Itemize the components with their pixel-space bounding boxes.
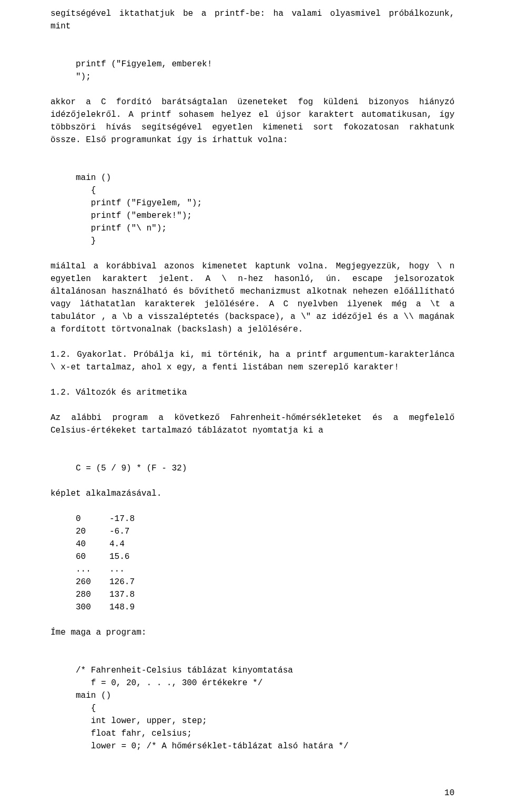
- code-line: }: [76, 236, 96, 246]
- table-cell: 280: [76, 588, 109, 601]
- code-line: printf ("Figyelem, emberek!: [76, 59, 212, 69]
- table-row: 300 148.9: [76, 601, 454, 614]
- section-heading-1-2: 1.2. Változók és aritmetika: [50, 386, 454, 399]
- table-cell: 40: [76, 538, 109, 550]
- table-row: 40 4.4: [76, 538, 454, 550]
- paragraph-exercise: 1.2. Gyakorlat. Próbálja ki, mi történik…: [50, 348, 454, 374]
- table-cell: 15.6: [109, 550, 129, 563]
- table-cell: 4.4: [109, 538, 125, 550]
- code-line: printf ("\ n");: [76, 224, 167, 233]
- table-row: 260 126.7: [76, 576, 454, 588]
- table-cell: 148.9: [109, 601, 135, 614]
- paragraph-1: segítségével iktathatjuk be a printf-be:…: [50, 7, 454, 33]
- table-row: ... ...: [76, 563, 454, 576]
- code-line: /* Fahrenheit-Celsius táblázat kinyomtat…: [76, 666, 293, 675]
- table-cell: -17.8: [109, 513, 135, 525]
- code-block-2: main () { printf ("Figyelem, "); printf …: [76, 159, 454, 247]
- fahrenheit-celsius-table: 0 -17.8 20 -6.7 40 4.4 60 15.6 ... ... 2…: [76, 513, 454, 614]
- code-line: lower = 0; /* A hőmérséklet-táblázat als…: [76, 741, 348, 751]
- table-cell: 0: [76, 513, 109, 525]
- code-line: main (): [76, 691, 111, 700]
- code-line: {: [76, 186, 96, 195]
- table-row: 0 -17.8: [76, 513, 454, 525]
- paragraph-7: Íme maga a program:: [50, 626, 454, 639]
- table-cell: ...: [76, 563, 109, 576]
- code-block-1: printf ("Figyelem, emberek! ");: [76, 45, 454, 83]
- table-cell: 260: [76, 576, 109, 588]
- table-row: 280 137.8: [76, 588, 454, 601]
- code-line: main (): [76, 173, 111, 183]
- document-page: segítségével iktathatjuk be a printf-be:…: [0, 0, 505, 812]
- paragraph-3: miáltal a korábbival azonos kimenetet ka…: [50, 260, 454, 336]
- code-line: printf ("Figyelem, ");: [76, 198, 202, 208]
- paragraph-5: Az alábbi program a következő Fahrenheit…: [50, 412, 454, 437]
- formula-block: C = (5 / 9) * (F - 32): [76, 449, 454, 475]
- table-row: 60 15.6: [76, 550, 454, 563]
- code-line: float fahr, celsius;: [76, 729, 192, 738]
- table-row: 20 -6.7: [76, 525, 454, 538]
- page-number: 10: [445, 787, 454, 799]
- table-cell: -6.7: [109, 525, 129, 538]
- paragraph-6: képlet alkalmazásával.: [50, 487, 454, 500]
- table-cell: 126.7: [109, 576, 135, 588]
- code-line: f = 0, 20, . . ., 300 értékekre */: [76, 678, 262, 688]
- code-block-3: /* Fahrenheit-Celsius táblázat kinyomtat…: [76, 651, 454, 753]
- table-cell: 137.8: [109, 588, 135, 601]
- table-cell: ...: [109, 563, 125, 576]
- code-line: ");: [76, 72, 91, 82]
- table-cell: 60: [76, 550, 109, 563]
- code-line: printf ("emberek!");: [76, 211, 192, 220]
- formula-text: C = (5 / 9) * (F - 32): [76, 464, 187, 473]
- table-cell: 300: [76, 601, 109, 614]
- table-cell: 20: [76, 525, 109, 538]
- code-line: {: [76, 704, 96, 713]
- code-line: int lower, upper, step;: [76, 716, 207, 726]
- paragraph-2: akkor a C fordító barátságtalan üzenetek…: [50, 96, 454, 146]
